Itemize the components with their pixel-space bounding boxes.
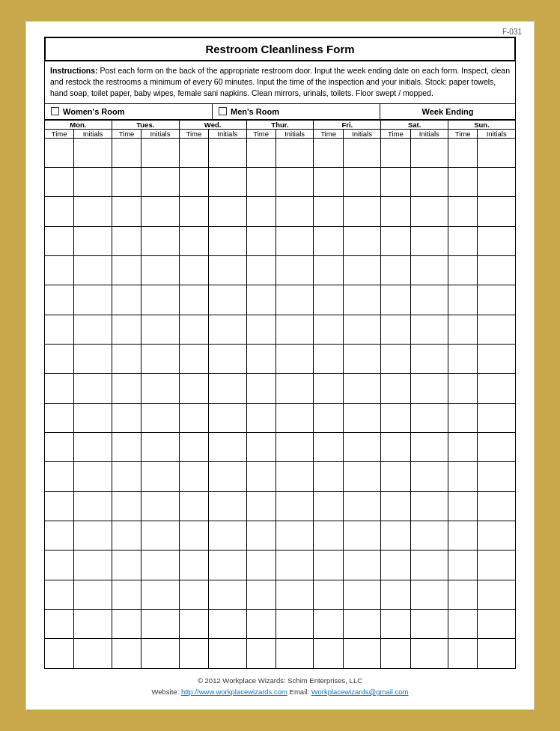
- table-cell[interactable]: [112, 550, 141, 580]
- table-cell[interactable]: [246, 403, 276, 432]
- womens-room-checkbox[interactable]: [51, 107, 59, 115]
- table-cell[interactable]: [209, 403, 247, 432]
- table-cell[interactable]: [410, 315, 448, 344]
- table-cell[interactable]: [314, 432, 343, 461]
- table-cell[interactable]: [276, 403, 314, 432]
- table-cell[interactable]: [179, 374, 208, 403]
- table-cell[interactable]: [448, 138, 478, 167]
- table-cell[interactable]: [74, 374, 112, 403]
- table-cell[interactable]: [74, 432, 112, 461]
- table-cell[interactable]: [209, 138, 247, 167]
- table-cell[interactable]: [410, 550, 448, 580]
- table-cell[interactable]: [112, 197, 141, 226]
- table-cell[interactable]: [276, 374, 314, 403]
- table-cell[interactable]: [478, 491, 516, 521]
- table-cell[interactable]: [74, 462, 112, 491]
- table-cell[interactable]: [410, 639, 448, 668]
- table-cell[interactable]: [448, 609, 478, 638]
- table-cell[interactable]: [276, 255, 314, 285]
- table-cell[interactable]: [246, 255, 276, 285]
- table-cell[interactable]: [276, 167, 314, 196]
- table-cell[interactable]: [343, 315, 381, 344]
- table-cell[interactable]: [314, 521, 343, 550]
- table-cell[interactable]: [478, 197, 516, 226]
- table-cell[interactable]: [381, 285, 410, 315]
- table-cell[interactable]: [45, 550, 74, 580]
- table-cell[interactable]: [448, 432, 478, 461]
- table-cell[interactable]: [179, 462, 208, 491]
- table-cell[interactable]: [478, 521, 516, 550]
- table-cell[interactable]: [448, 462, 478, 491]
- table-cell[interactable]: [478, 609, 516, 638]
- table-cell[interactable]: [276, 491, 314, 521]
- table-cell[interactable]: [45, 255, 74, 285]
- table-cell[interactable]: [179, 315, 208, 344]
- table-cell[interactable]: [141, 521, 180, 550]
- table-cell[interactable]: [209, 462, 247, 491]
- table-cell[interactable]: [478, 462, 516, 491]
- table-cell[interactable]: [314, 403, 343, 432]
- table-cell[interactable]: [45, 344, 74, 373]
- table-cell[interactable]: [246, 344, 276, 373]
- table-cell[interactable]: [410, 462, 448, 491]
- table-cell[interactable]: [276, 580, 314, 609]
- table-cell[interactable]: [141, 138, 180, 167]
- table-cell[interactable]: [381, 521, 410, 550]
- table-cell[interactable]: [246, 226, 276, 255]
- table-cell[interactable]: [314, 167, 343, 196]
- table-cell[interactable]: [45, 197, 74, 226]
- table-cell[interactable]: [246, 374, 276, 403]
- table-cell[interactable]: [448, 550, 478, 580]
- table-cell[interactable]: [343, 432, 381, 461]
- table-cell[interactable]: [179, 609, 208, 638]
- table-cell[interactable]: [141, 197, 180, 226]
- table-cell[interactable]: [448, 491, 478, 521]
- table-cell[interactable]: [74, 315, 112, 344]
- table-cell[interactable]: [448, 580, 478, 609]
- table-cell[interactable]: [45, 374, 74, 403]
- table-cell[interactable]: [74, 285, 112, 315]
- table-cell[interactable]: [112, 167, 141, 196]
- table-cell[interactable]: [246, 167, 276, 196]
- table-cell[interactable]: [112, 639, 141, 668]
- table-cell[interactable]: [112, 226, 141, 255]
- table-cell[interactable]: [179, 285, 208, 315]
- table-cell[interactable]: [74, 550, 112, 580]
- table-cell[interactable]: [478, 138, 516, 167]
- table-cell[interactable]: [314, 609, 343, 638]
- table-cell[interactable]: [478, 403, 516, 432]
- table-cell[interactable]: [112, 315, 141, 344]
- table-cell[interactable]: [209, 167, 247, 196]
- table-cell[interactable]: [343, 285, 381, 315]
- table-cell[interactable]: [246, 521, 276, 550]
- table-cell[interactable]: [45, 285, 74, 315]
- table-cell[interactable]: [74, 491, 112, 521]
- table-cell[interactable]: [381, 374, 410, 403]
- table-cell[interactable]: [179, 138, 208, 167]
- table-cell[interactable]: [179, 639, 208, 668]
- table-cell[interactable]: [179, 550, 208, 580]
- table-cell[interactable]: [314, 550, 343, 580]
- table-cell[interactable]: [381, 255, 410, 285]
- table-cell[interactable]: [448, 315, 478, 344]
- table-cell[interactable]: [276, 344, 314, 373]
- table-cell[interactable]: [410, 609, 448, 638]
- table-cell[interactable]: [381, 197, 410, 226]
- table-cell[interactable]: [410, 138, 448, 167]
- table-cell[interactable]: [314, 255, 343, 285]
- table-cell[interactable]: [209, 639, 247, 668]
- table-cell[interactable]: [179, 226, 208, 255]
- table-cell[interactable]: [314, 226, 343, 255]
- table-cell[interactable]: [410, 226, 448, 255]
- table-cell[interactable]: [246, 609, 276, 638]
- table-cell[interactable]: [246, 315, 276, 344]
- table-cell[interactable]: [276, 197, 314, 226]
- table-cell[interactable]: [179, 255, 208, 285]
- table-cell[interactable]: [45, 462, 74, 491]
- table-cell[interactable]: [141, 550, 180, 580]
- table-cell[interactable]: [343, 462, 381, 491]
- table-cell[interactable]: [448, 521, 478, 550]
- table-cell[interactable]: [141, 432, 180, 461]
- table-cell[interactable]: [410, 197, 448, 226]
- table-cell[interactable]: [74, 226, 112, 255]
